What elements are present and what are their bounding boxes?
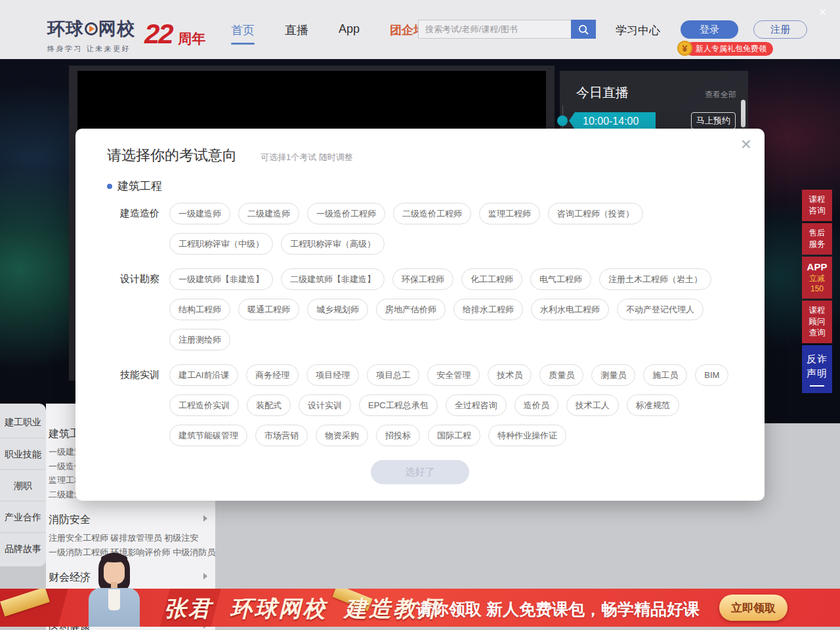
exam-pill-化工工程师[interactable]: 化工工程师 xyxy=(461,268,522,290)
mega-section-title[interactable]: 消防安全 xyxy=(49,513,207,527)
exam-pill-城乡规划师[interactable]: 城乡规划师 xyxy=(307,299,368,320)
confirm-button[interactable]: 选好了 xyxy=(371,460,469,484)
nav-item-首页[interactable]: 首页 xyxy=(231,22,255,38)
banner-headline: 张君 环球网校 建造教师 xyxy=(164,594,442,624)
exam-pill-给排水工程师[interactable]: 给排水工程师 xyxy=(453,299,523,320)
pill-line: 工程造价实训装配式设计实训EPC工程总承包全过程咨询造价员技术工人标准规范 xyxy=(169,394,728,416)
reserve-button[interactable]: 马上预约 xyxy=(691,112,736,129)
exam-pill-市场营销[interactable]: 市场营销 xyxy=(255,425,308,446)
sidebar-item-品牌故事[interactable]: 品牌故事 xyxy=(0,532,46,564)
exam-pill-BIM[interactable]: BIM xyxy=(695,364,728,386)
nav-item-直播[interactable]: 直播 xyxy=(285,22,308,38)
exam-group-lines: 一级建筑师【非建造】二级建筑师【非建造】环保工程师化工工程师电气工程师注册土木工… xyxy=(169,268,711,359)
exam-pill-建工AI前沿课[interactable]: 建工AI前沿课 xyxy=(169,364,238,386)
sidebar-item-产业合作[interactable]: 产业合作 xyxy=(0,501,46,532)
search-input[interactable] xyxy=(418,20,571,39)
exam-pill-施工员[interactable]: 施工员 xyxy=(643,364,687,386)
exam-pill-工程职称评审（高级）[interactable]: 工程职称评审（高级） xyxy=(281,233,385,255)
live-list-scrollbar[interactable] xyxy=(741,100,746,127)
sidebar-item-建工职业[interactable]: 建工职业 xyxy=(0,406,46,438)
exam-pill-建筑节能碳管理[interactable]: 建筑节能碳管理 xyxy=(169,425,247,446)
exam-pill-电气工程师[interactable]: 电气工程师 xyxy=(530,268,591,290)
exam-pill-房地产估价师[interactable]: 房地产估价师 xyxy=(376,299,446,320)
exam-pill-特种作业操作证[interactable]: 特种作业操作证 xyxy=(488,425,566,446)
exam-groups: 建造造价一级建造师二级建造师一级造价工程师二级造价工程师监理工程师咨询工程师（投… xyxy=(120,203,751,455)
float-button-line: 查询 xyxy=(804,327,830,339)
exam-pill-一级建造师[interactable]: 一级建造师 xyxy=(169,203,230,224)
close-icon[interactable]: × xyxy=(741,135,751,154)
exam-pill-一级建筑师【非建造】[interactable]: 一级建筑师【非建造】 xyxy=(169,268,273,290)
banner-close-icon[interactable]: × xyxy=(819,5,827,20)
float-button-APP[interactable]: APP立减150 xyxy=(802,257,832,299)
exam-pill-水利水电工程师[interactable]: 水利水电工程师 xyxy=(531,299,609,320)
exam-pill-安全管理[interactable]: 安全管理 xyxy=(427,364,480,386)
exam-pill-设计实训[interactable]: 设计实训 xyxy=(299,394,351,416)
new-user-gift-badge[interactable]: ¥ 新人专属礼包免费领 xyxy=(685,42,773,56)
floating-sidebar: 课程咨询售后服务APP立减150课程顾问查询反诈声明 xyxy=(802,190,832,395)
mega-menu-links[interactable]: 注册安全工程师 碳排放管理员 初级注安 xyxy=(49,531,207,545)
exam-pill-咨询工程师（投资）[interactable]: 咨询工程师（投资） xyxy=(548,203,643,224)
pill-line: 一级建造师二级建造师一级造价工程师二级造价工程师监理工程师咨询工程师（投资） xyxy=(169,203,643,224)
learning-center-link[interactable]: 学习中心 xyxy=(616,23,660,38)
exam-pill-注册测绘师[interactable]: 注册测绘师 xyxy=(169,329,230,350)
exam-pill-不动产登记代理人[interactable]: 不动产登记代理人 xyxy=(617,299,704,320)
float-button-课程顾问查询[interactable]: 课程顾问查询 xyxy=(802,301,832,343)
nav-item-App[interactable]: App xyxy=(339,22,360,38)
section-bullet-icon xyxy=(107,184,112,189)
exam-pill-招投标[interactable]: 招投标 xyxy=(376,425,420,446)
exam-pill-注册土木工程师（岩土）[interactable]: 注册土木工程师（岩土） xyxy=(599,268,711,290)
exam-pill-技术工人[interactable]: 技术工人 xyxy=(566,394,619,416)
exam-pill-测量员[interactable]: 测量员 xyxy=(591,364,635,386)
exam-pill-商务经理[interactable]: 商务经理 xyxy=(246,364,299,386)
section-label: 建筑工程 xyxy=(117,178,162,194)
claim-now-button[interactable]: 立即领取 xyxy=(719,595,788,621)
exam-pill-全过程咨询[interactable]: 全过程咨询 xyxy=(446,394,507,416)
pill-line: 工程职称评审（中级）工程职称评审（高级） xyxy=(169,233,643,255)
exam-pill-造价员[interactable]: 造价员 xyxy=(514,394,558,416)
register-button[interactable]: 注册 xyxy=(753,20,807,39)
exam-pill-二级建筑师【非建造】[interactable]: 二级建筑师【非建造】 xyxy=(281,268,385,290)
exam-pill-环保工程师[interactable]: 环保工程师 xyxy=(392,268,453,290)
exam-pill-二级造价工程师[interactable]: 二级造价工程师 xyxy=(393,203,471,224)
exam-pill-项目经理[interactable]: 项目经理 xyxy=(306,364,359,386)
exam-pill-装配式[interactable]: 装配式 xyxy=(247,394,291,416)
pill-line: 建工AI前沿课商务经理项目经理项目总工安全管理技术员质量员测量员施工员BIM xyxy=(169,364,728,386)
float-button-line: 课程 xyxy=(804,305,830,316)
exam-pill-监理工程师[interactable]: 监理工程师 xyxy=(479,203,540,224)
exam-pill-项目总工[interactable]: 项目总工 xyxy=(367,364,419,386)
float-button-反诈声明[interactable]: 反诈声明 xyxy=(802,345,832,393)
float-button-课程咨询[interactable]: 课程咨询 xyxy=(802,190,832,221)
float-button-售后服务[interactable]: 售后服务 xyxy=(802,223,832,255)
exam-pill-结构工程师[interactable]: 结构工程师 xyxy=(169,299,230,320)
sidebar-item-职业技能[interactable]: 职业技能 xyxy=(0,438,46,469)
anniversary-badge: 22 周年 xyxy=(144,18,205,50)
view-all-link[interactable]: 查看全部 xyxy=(705,89,736,100)
float-button-line: 服务 xyxy=(804,239,830,250)
anniversary-number: 22 xyxy=(144,18,173,49)
sidebar-item-潮职[interactable]: 潮职 xyxy=(0,469,46,501)
exam-pill-标准规范[interactable]: 标准规范 xyxy=(627,394,679,416)
pill-line: 建筑节能碳管理市场营销物资采购招投标国际工程特种作业操作证 xyxy=(169,425,728,446)
exam-pill-一级造价工程师[interactable]: 一级造价工程师 xyxy=(307,203,385,224)
exam-pill-工程造价实训[interactable]: 工程造价实训 xyxy=(169,394,239,416)
float-button-line: 顾问 xyxy=(804,316,830,327)
exam-group-设计勘察: 设计勘察一级建筑师【非建造】二级建筑师【非建造】环保工程师化工工程师电气工程师注… xyxy=(120,268,751,359)
banner-teacher-name: 张君 xyxy=(164,596,213,621)
search-button[interactable] xyxy=(571,20,596,39)
login-button[interactable]: 登录 xyxy=(681,20,738,39)
exam-pill-EPC工程总承包[interactable]: EPC工程总承包 xyxy=(359,394,438,416)
exam-pill-暖通工程师[interactable]: 暖通工程师 xyxy=(238,299,299,320)
exam-pill-技术员[interactable]: 技术员 xyxy=(488,364,532,386)
exam-pill-国际工程[interactable]: 国际工程 xyxy=(428,425,480,446)
float-button-line: APP xyxy=(804,261,830,273)
exam-pill-质量员[interactable]: 质量员 xyxy=(539,364,583,386)
site-logo[interactable]: 环球 网校 终身学习 让未来更好 xyxy=(47,17,135,54)
exam-pill-物资采购[interactable]: 物资采购 xyxy=(316,425,368,446)
exam-pill-工程职称评审（中级）[interactable]: 工程职称评审（中级） xyxy=(169,233,273,255)
exam-group-label: 技能实训 xyxy=(120,364,169,455)
exam-pill-二级建造师[interactable]: 二级建造师 xyxy=(238,203,299,224)
today-live-title: 今日直播 xyxy=(576,84,629,102)
banner-invite: 请你领取 xyxy=(416,600,482,618)
modal-title: 请选择你的考试意向 xyxy=(107,146,237,165)
float-button-line: 售后 xyxy=(804,228,830,239)
